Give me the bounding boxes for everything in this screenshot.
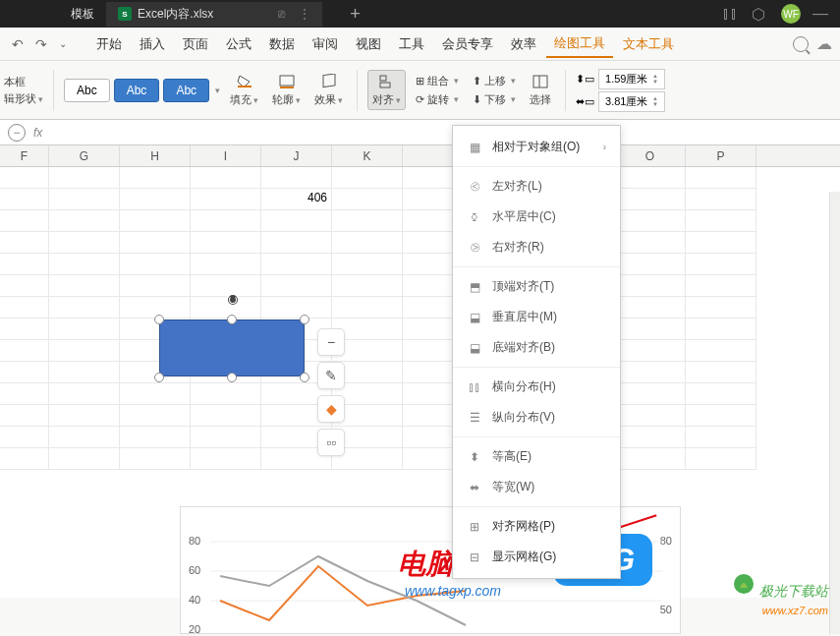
align-hcenter-icon: ⧲: [467, 209, 482, 225]
column-headers: F G H I J K N O P: [0, 145, 840, 167]
align-top[interactable]: ⬒顶端对齐(T): [453, 271, 620, 302]
tab-template[interactable]: 模板: [59, 2, 106, 27]
menu-insert[interactable]: 插入: [132, 31, 173, 57]
outline-button[interactable]: 轮廓▾: [268, 71, 305, 109]
new-tab-button[interactable]: +: [342, 4, 368, 25]
cloud-icon[interactable]: ☁: [816, 34, 832, 53]
menu-view[interactable]: 视图: [348, 31, 389, 57]
quick-layout-button[interactable]: ▫▫: [317, 429, 345, 456]
undo-button[interactable]: ↶: [8, 34, 28, 54]
menu-data[interactable]: 数据: [261, 31, 303, 57]
quick-minus-button[interactable]: −: [317, 328, 345, 356]
col-j[interactable]: J: [261, 145, 332, 166]
show-grid[interactable]: ⊟显示网格(G): [453, 542, 620, 572]
ribbon-editshape[interactable]: 辑形状▾: [4, 91, 43, 106]
align-relative-group[interactable]: ▦ 相对于对象组(O) ›: [453, 132, 620, 162]
group-icon: ⊞: [416, 75, 424, 87]
equal-width[interactable]: ⬌等宽(W): [453, 472, 620, 502]
svg-rect-6: [533, 76, 547, 87]
window-controls: ⫿⫿ ⬡ WF ―: [722, 4, 830, 24]
col-p[interactable]: P: [686, 145, 756, 166]
snap-to-grid[interactable]: ⊞对齐网格(P): [453, 511, 620, 542]
excel-icon: S: [118, 7, 132, 21]
svg-rect-0: [238, 86, 252, 87]
col-o[interactable]: O: [615, 145, 686, 166]
ribbon-textframe[interactable]: 本框: [4, 75, 43, 89]
resize-handle-se[interactable]: [300, 373, 309, 382]
tab-file[interactable]: S Excel内容.xlsx ⎚ ⋮: [106, 2, 322, 27]
quick-fill-button[interactable]: ◆: [317, 395, 345, 423]
resize-handle-s[interactable]: [227, 373, 237, 382]
resize-handle-sw[interactable]: [154, 373, 164, 382]
select-pane-button[interactable]: 选择: [526, 71, 555, 109]
align-right[interactable]: ⧁右对齐(R): [453, 232, 620, 262]
equal-height[interactable]: ⬍等高(E): [453, 441, 620, 472]
fx-label[interactable]: fx: [33, 126, 42, 140]
close-icon[interactable]: ⋮: [299, 7, 310, 21]
resize-handle-ne[interactable]: [300, 315, 309, 324]
resize-handle-n[interactable]: [227, 315, 237, 324]
align-bottom[interactable]: ⬓底端对齐(B): [453, 332, 620, 363]
align-left[interactable]: ⧀左对齐(L): [453, 171, 620, 202]
menu-text-tool[interactable]: 文本工具: [615, 31, 682, 57]
align-right-icon: ⧁: [467, 240, 482, 256]
formula-input[interactable]: [50, 123, 832, 143]
menu-efficiency[interactable]: 效率: [503, 31, 544, 57]
tab-file-name: Excel内容.xlsx: [138, 6, 213, 23]
menu-vip[interactable]: 会员专享: [434, 31, 501, 57]
download-site-name: 极光下载站: [759, 583, 828, 599]
align-button[interactable]: 对齐▾: [367, 70, 406, 110]
vertical-scrollbar[interactable]: [829, 192, 840, 634]
col-g[interactable]: G: [49, 145, 120, 166]
align-vcenter[interactable]: ⬓垂直居中(M): [453, 302, 620, 332]
package-icon[interactable]: ⬡: [752, 5, 769, 23]
height-input[interactable]: 1.59厘米▲▼: [598, 69, 665, 89]
style-preset-1[interactable]: Abc: [64, 79, 110, 102]
svg-rect-3: [323, 74, 335, 87]
tab-device-icon: ⎚: [278, 7, 285, 21]
show-grid-icon: ⊟: [467, 549, 482, 565]
redo-button[interactable]: ↷: [31, 34, 51, 54]
distribute-h[interactable]: ⫿⫿横向分布(H): [453, 372, 620, 402]
width-input[interactable]: 3.81厘米▲▼: [598, 91, 665, 112]
minimize-icon[interactable]: ―: [812, 5, 830, 23]
col-k[interactable]: K: [332, 145, 403, 166]
aurora-icon: [732, 572, 756, 596]
col-h[interactable]: H: [120, 145, 191, 166]
align-icon: [377, 73, 397, 90]
zoom-out-icon[interactable]: −: [8, 124, 26, 142]
reader-icon[interactable]: ⫿⫿: [722, 5, 740, 23]
quick-edit-button[interactable]: ✎: [317, 362, 345, 389]
move-down-button[interactable]: ⬇下移▾: [469, 91, 520, 108]
menu-formula[interactable]: 公式: [218, 31, 259, 57]
svg-rect-5: [380, 83, 390, 87]
group-button[interactable]: ⊞组合▾: [412, 73, 463, 89]
align-dropdown-menu: ▦ 相对于对象组(O) › ⧀左对齐(L) ⧲水平居中(C) ⧁右对齐(R) ⬒…: [452, 125, 621, 579]
align-hcenter[interactable]: ⧲水平居中(C): [453, 202, 620, 232]
col-i[interactable]: I: [191, 145, 261, 166]
style-more-icon[interactable]: ▾: [215, 86, 220, 95]
avatar[interactable]: WF: [781, 4, 801, 24]
effect-button[interactable]: 效果▾: [310, 71, 347, 109]
rotate-button[interactable]: ⟳旋转▾: [412, 91, 463, 108]
menu-tool[interactable]: 工具: [391, 31, 432, 57]
search-icon[interactable]: [793, 36, 809, 52]
cell-j-value[interactable]: 406: [261, 189, 332, 210]
menu-page[interactable]: 页面: [175, 31, 216, 57]
dropdown-icon[interactable]: ⌄: [55, 36, 71, 51]
distribute-v[interactable]: ☰纵向分布(V): [453, 402, 620, 433]
download-site-url: www.xz7.com: [762, 605, 828, 616]
resize-handle-nw[interactable]: [154, 315, 164, 324]
col-f[interactable]: F: [0, 145, 49, 166]
menu-start[interactable]: 开始: [88, 31, 130, 57]
move-up-button[interactable]: ⬆上移▾: [469, 73, 520, 89]
selected-shape[interactable]: [159, 319, 305, 376]
cell-grid[interactable]: 406: [0, 167, 840, 470]
rotation-handle[interactable]: [226, 293, 240, 307]
style-preset-3[interactable]: Abc: [163, 79, 209, 102]
menu-draw-tool[interactable]: 绘图工具: [546, 30, 613, 58]
style-preset-2[interactable]: Abc: [114, 79, 160, 102]
menu-review[interactable]: 审阅: [305, 31, 346, 57]
fill-button[interactable]: 填充▾: [226, 71, 262, 109]
up-icon: ⬆: [473, 75, 481, 87]
